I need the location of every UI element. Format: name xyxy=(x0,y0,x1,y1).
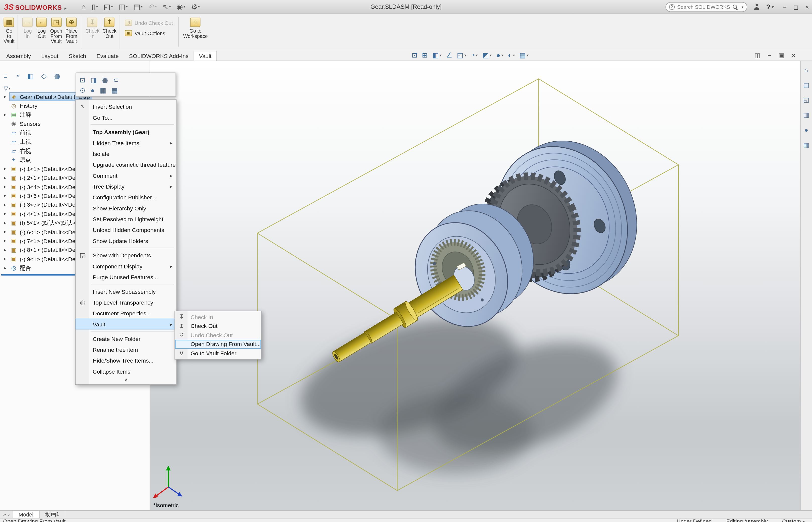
context-menu-item[interactable]: Show Update Holders xyxy=(76,235,176,246)
context-menu-item[interactable]: Rename tree item xyxy=(76,344,176,355)
context-menu-item[interactable]: ◍ Top Level Transparency xyxy=(76,297,176,307)
submenu-item[interactable]: Open Drawing From Vault... xyxy=(175,339,261,348)
close-icon[interactable]: × xyxy=(805,3,809,11)
context-menu-item[interactable]: Top Assembly (Gear) xyxy=(76,126,176,137)
view-tool-button[interactable]: ◧ xyxy=(432,51,441,59)
view-palette-icon[interactable]: ▥ xyxy=(804,112,809,119)
ribbon-button[interactable]: ↥ Check Out xyxy=(101,15,120,49)
quick-access-button[interactable]: ▤ xyxy=(132,1,144,12)
dropdown-caret-icon[interactable] xyxy=(440,53,441,57)
minimize-icon[interactable]: − xyxy=(783,3,787,11)
appearances-icon[interactable]: ● xyxy=(805,126,808,134)
context-menu-item[interactable]: Collapse Items xyxy=(76,366,176,377)
context-menu-item[interactable]: Purge Unused Features... xyxy=(76,272,176,282)
submenu-item[interactable]: ↧ Check In xyxy=(175,312,261,321)
make-drawing-icon[interactable]: ▥ xyxy=(100,86,106,94)
logo-expand-icon[interactable]: ▸ xyxy=(64,6,66,11)
tabs-prev-icon[interactable]: ‹ xyxy=(8,511,10,517)
doc-close-icon[interactable]: × xyxy=(792,52,795,59)
appearance-icon[interactable]: ● xyxy=(90,86,95,94)
graphics-area[interactable]: *Isometric xyxy=(150,61,800,510)
context-menu-item[interactable]: Vault xyxy=(76,319,176,329)
quick-access-button[interactable]: ◱ xyxy=(102,1,114,12)
context-menu-item[interactable]: Insert New Subassembly xyxy=(76,286,176,297)
configurationmanager-icon[interactable]: ◧ xyxy=(27,72,34,80)
quick-access-button[interactable]: ↖ xyxy=(161,1,172,12)
expand-arrow-icon[interactable] xyxy=(4,202,10,207)
command-tab[interactable]: Vault xyxy=(194,51,216,61)
quick-access-button[interactable]: ▯ xyxy=(90,1,100,12)
command-tab[interactable]: Evaluate xyxy=(91,51,124,61)
expand-arrow-icon[interactable] xyxy=(4,95,10,99)
context-menu-item[interactable]: Unload Hidden Components xyxy=(76,224,176,235)
expand-arrow-icon[interactable] xyxy=(4,166,10,171)
view-tool-button[interactable]: ◐ xyxy=(508,51,515,59)
context-menu-item[interactable]: ◲ Show with Dependents xyxy=(76,249,176,260)
ribbon-button[interactable]: ↧ Check In xyxy=(84,15,101,49)
expand-arrow-icon[interactable] xyxy=(4,229,10,234)
dropdown-caret-icon[interactable] xyxy=(513,53,515,57)
dropdown-caret-icon[interactable] xyxy=(464,53,466,57)
view-tool-button[interactable]: ⊡ xyxy=(412,51,417,59)
dropdown-caret-icon[interactable] xyxy=(155,5,157,9)
expand-arrow-icon[interactable] xyxy=(4,113,10,117)
dropdown-caret-icon[interactable] xyxy=(490,53,492,57)
expand-arrow-icon[interactable] xyxy=(4,184,10,189)
view-tool-button[interactable]: ◱ xyxy=(457,51,466,59)
dropdown-caret-icon[interactable] xyxy=(476,53,478,57)
file-explorer-icon[interactable]: ◱ xyxy=(804,96,809,104)
status-caret-icon[interactable] xyxy=(803,519,805,522)
ribbon-button[interactable]: → Log In xyxy=(21,15,35,49)
expand-arrow-icon[interactable] xyxy=(4,247,10,252)
command-tab[interactable]: Layout xyxy=(36,51,63,61)
tabs-first-icon[interactable]: « xyxy=(3,511,6,517)
command-tab[interactable]: SOLIDWORKS Add-Ins xyxy=(124,51,193,61)
quick-access-button[interactable]: ◫ xyxy=(117,1,129,12)
dropdown-caret-icon[interactable] xyxy=(198,5,200,9)
dimxpert-icon[interactable]: ◇ xyxy=(41,72,47,80)
magnifier-icon[interactable]: ⊙ xyxy=(80,86,86,94)
context-menu-item[interactable]: Isolate xyxy=(76,148,176,159)
quick-access-button[interactable]: ⚙ xyxy=(189,1,201,12)
context-menu-item[interactable]: Tree Display xyxy=(76,181,176,192)
ribbon-button[interactable]: ← Log Out xyxy=(35,15,49,49)
displaymanager-icon[interactable]: ◍ xyxy=(54,72,60,80)
quick-access-button[interactable]: ⌂ xyxy=(80,1,88,12)
user-account-icon[interactable] xyxy=(753,3,760,10)
status-item[interactable]: Custom xyxy=(782,519,805,522)
view-tool-button[interactable]: ● xyxy=(496,51,503,59)
zoom-to-selection-icon[interactable]: ⊡ xyxy=(80,76,86,84)
ribbon-button[interactable]: ⊕ Place From Vault xyxy=(64,15,81,49)
bottom-tab[interactable]: 动画1 xyxy=(40,511,65,518)
restore-icon[interactable]: ◻ xyxy=(793,3,799,11)
context-menu-item[interactable]: Upgrade cosmetic thread features xyxy=(76,159,176,170)
expand-arrow-icon[interactable] xyxy=(4,212,10,216)
filter-caret-icon[interactable] xyxy=(8,86,10,91)
command-tab[interactable]: Sketch xyxy=(63,51,91,61)
dropdown-caret-icon[interactable] xyxy=(126,5,128,9)
context-menu-item[interactable] xyxy=(76,246,176,249)
submenu-item[interactable]: ↥ Check Out xyxy=(175,321,261,330)
quick-access-button[interactable]: ↶ xyxy=(147,1,159,12)
assembly-3d-view[interactable] xyxy=(150,61,800,510)
status-item[interactable]: Under Defined xyxy=(677,519,712,522)
dropdown-caret-icon[interactable] xyxy=(111,5,113,9)
context-menu-item[interactable] xyxy=(76,329,176,333)
ribbon-button[interactable]: ◳ Open From Vault xyxy=(49,15,64,49)
expand-arrow-icon[interactable] xyxy=(4,194,10,198)
search-icon[interactable] xyxy=(732,4,738,10)
expand-arrow-icon[interactable] xyxy=(4,266,10,270)
search-caret-icon[interactable] xyxy=(742,5,744,9)
pane-icon[interactable]: ◫ xyxy=(754,52,760,59)
expand-arrow-icon[interactable] xyxy=(4,176,10,180)
ribbon-small-button[interactable]: ↺ Undo Check Out xyxy=(125,20,173,26)
context-menu-item[interactable]: Create New Folder xyxy=(76,333,176,344)
dropdown-caret-icon[interactable] xyxy=(141,5,143,9)
context-menu-item[interactable]: Configuration Publisher... xyxy=(76,192,176,202)
context-menu-item[interactable] xyxy=(76,282,176,286)
context-menu-item[interactable]: Show Hierarchy Only xyxy=(76,203,176,214)
context-menu-item[interactable] xyxy=(76,123,176,126)
hide-components-icon[interactable]: ◍ xyxy=(102,76,108,84)
propertymanager-icon[interactable]: ◔ xyxy=(15,72,19,80)
command-tab[interactable]: Assembly xyxy=(1,51,36,61)
